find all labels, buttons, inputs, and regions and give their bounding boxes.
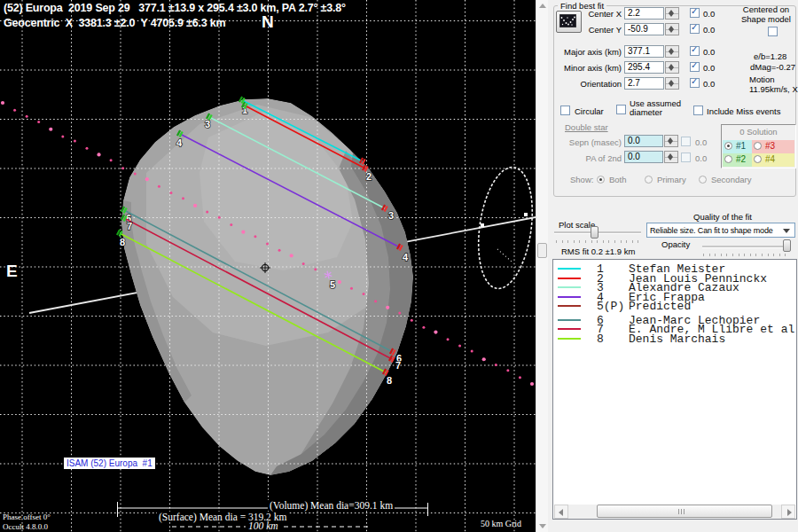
circular-checkbox[interactable] xyxy=(560,106,570,115)
opacity-tick xyxy=(762,254,763,256)
double-star-label: Double star xyxy=(565,122,608,132)
shape-model-tag[interactable]: ISAM (52) Europa #1 xyxy=(64,458,155,469)
predicted-path-dot xyxy=(169,192,172,194)
separation-error-value: 0.0 xyxy=(695,137,707,147)
fit-row-spinner[interactable] xyxy=(665,77,679,90)
vertical-scrollbar-thumb[interactable] xyxy=(537,243,547,258)
scroll-down-icon xyxy=(539,524,546,528)
observer-list[interactable]: 1Stefan Meister2Jean Louis Penninckx3Ale… xyxy=(552,259,797,520)
pa-error-checkbox[interactable] xyxy=(681,153,691,162)
opacity-tick xyxy=(715,254,716,256)
centered-on-shape-checkbox[interactable] xyxy=(768,27,778,36)
fit-row-input[interactable]: -50.9 xyxy=(624,23,664,35)
predicted-path-dot xyxy=(458,344,461,347)
show-both-radio[interactable] xyxy=(597,176,605,184)
show-primary-label: Primary xyxy=(657,175,686,184)
include-miss-events-checkbox[interactable] xyxy=(693,106,703,115)
plot-vertical-scrollbar[interactable] xyxy=(536,0,548,532)
opacity-tick xyxy=(726,254,727,256)
solution-1-radio[interactable] xyxy=(724,142,732,150)
solution-3-label: #3 xyxy=(765,141,775,151)
hscroll-left-button[interactable] xyxy=(554,505,568,519)
legend-color-line xyxy=(558,328,581,330)
fit-row-input[interactable]: 295.4 xyxy=(624,61,664,74)
scale-bar-label: 100 km xyxy=(246,520,281,531)
separation-error-checkbox[interactable] xyxy=(681,137,691,146)
fit-row-spinner[interactable] xyxy=(665,45,679,58)
opacity-tick xyxy=(773,254,774,256)
fit-row-spinner[interactable] xyxy=(665,7,679,20)
solution-2-radio[interactable] xyxy=(724,155,732,163)
opacity-slider-thumb[interactable] xyxy=(783,239,791,252)
plot-scale-tick xyxy=(638,240,638,243)
predicted-path-dot xyxy=(49,128,52,131)
scroll-up-button[interactable] xyxy=(536,0,549,12)
plot-scale-tick xyxy=(562,240,563,243)
show-primary-radio[interactable] xyxy=(645,176,653,184)
fit-row-checkbox[interactable]: ✓ xyxy=(690,24,700,34)
predicted-path-dot xyxy=(85,147,88,150)
predicted-path-dot xyxy=(266,243,269,246)
centered-on-label: Centered on xyxy=(738,4,794,14)
hscroll-thumb[interactable] xyxy=(597,505,772,518)
phase-offset-label: Phase offset 0° xyxy=(3,512,51,521)
pa-error-value: 0.0 xyxy=(695,153,707,163)
scroll-down-button[interactable] xyxy=(536,520,549,532)
chord-number-label: 7 xyxy=(395,360,401,371)
plot-scale-tick xyxy=(626,240,627,243)
plot-title-line2: Geocentric X 3381.3 ±2.0 Y 4705.9 ±6.3 k… xyxy=(4,17,225,29)
fit-row-input[interactable]: 2.7 xyxy=(624,77,664,90)
predicted-path-dot xyxy=(519,376,521,379)
fit-row-label: Orientation xyxy=(557,79,622,89)
dmag-label: dMag=-0.27 xyxy=(750,62,795,72)
predicted-path-dot xyxy=(13,109,16,112)
opacity-slider-track[interactable] xyxy=(702,246,789,248)
solution-2-label: #2 xyxy=(736,154,746,164)
grid-spacing-label: 50 km Grid xyxy=(481,519,521,528)
plot-scale-tick xyxy=(574,240,575,243)
chord-number-label: 3 xyxy=(205,119,210,129)
separation-input[interactable]: 0.0 xyxy=(624,135,663,147)
opacity-tick xyxy=(768,254,769,256)
solution-4-radio[interactable] xyxy=(754,155,762,163)
show-both-label: Both xyxy=(609,175,627,184)
legend-color-line xyxy=(558,286,581,288)
opacity-tick xyxy=(703,254,704,256)
plot-scale-tick xyxy=(591,240,592,243)
chord-number-label: 2 xyxy=(366,171,372,182)
asteroid-shape-model xyxy=(121,98,413,475)
predicted-path-dot xyxy=(37,121,40,123)
fit-row-spinner[interactable] xyxy=(665,23,679,35)
hscroll-right-button[interactable] xyxy=(781,505,795,519)
pa-of-2nd-input[interactable]: 0.0 xyxy=(624,151,663,163)
plot-canvas[interactable]: 1233446677885 (52) Europa 2019 Sep 29 37… xyxy=(0,0,536,532)
quality-of-fit-dropdown[interactable]: Reliable size. Can fit to shape mode xyxy=(646,223,795,238)
solution-3-radio[interactable] xyxy=(754,142,762,150)
fit-row-input[interactable]: 377.1 xyxy=(624,45,664,58)
fit-row-checkbox[interactable]: ✓ xyxy=(690,78,700,88)
chord-number-label: 7 xyxy=(127,221,132,231)
fit-row-checkbox[interactable]: ✓ xyxy=(690,8,700,18)
fit-row-input[interactable]: 2.2 xyxy=(624,7,664,20)
fit-row-checkbox[interactable]: ✓ xyxy=(690,46,700,56)
pa-spinner[interactable] xyxy=(664,151,678,163)
observer-list-hscrollbar[interactable] xyxy=(554,505,795,519)
use-assumed-diameter-checkbox[interactable] xyxy=(616,105,626,114)
occultation-plot: 1233446677885 xyxy=(0,0,536,532)
opacity-tick xyxy=(721,254,722,256)
show-secondary-radio[interactable] xyxy=(699,176,707,184)
east-label: E xyxy=(6,262,18,281)
predicted-path-dot xyxy=(206,211,208,214)
legend-color-line xyxy=(558,319,581,321)
predicted-path-dot xyxy=(530,382,534,386)
separation-spinner[interactable] xyxy=(664,135,678,147)
fit-row-spinner[interactable] xyxy=(665,61,679,74)
volume-diameter-label: (Volume) Mean dia=309.1 km xyxy=(268,500,395,511)
fit-row-checkbox[interactable]: ✓ xyxy=(690,62,700,72)
opacity-tick xyxy=(779,254,780,256)
predicted-path-dot xyxy=(230,223,232,226)
predicted-path-dot xyxy=(74,140,76,143)
predicted-path-dot xyxy=(422,326,425,329)
predicted-path-dot xyxy=(241,231,245,234)
plot-scale-slider-thumb[interactable] xyxy=(591,226,598,239)
